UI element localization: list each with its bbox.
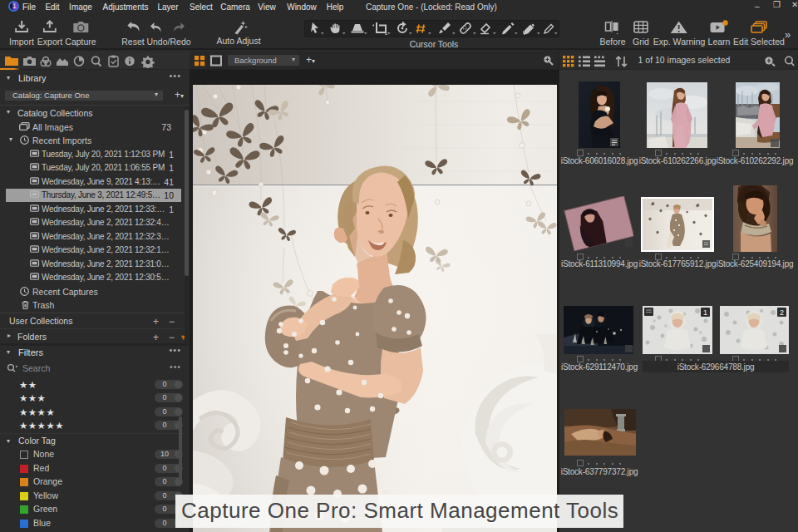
svg-text:2: 2: [780, 308, 784, 317]
svg-text:1: 1: [703, 308, 707, 317]
